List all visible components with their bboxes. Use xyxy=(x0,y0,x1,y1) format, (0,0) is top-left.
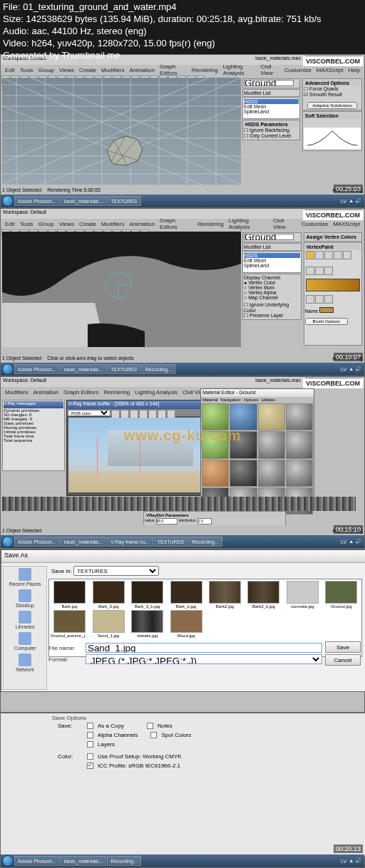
material-slot[interactable] xyxy=(286,403,313,430)
cancel-button[interactable]: Cancel xyxy=(325,654,361,666)
start-orb[interactable] xyxy=(2,363,14,375)
as-copy-check[interactable] xyxy=(87,723,93,729)
file-item[interactable]: Bark2.jpg xyxy=(206,581,243,609)
filename-label: File name: xyxy=(48,645,83,651)
viewport-wireframe[interactable] xyxy=(2,78,241,185)
taskbar: Adobe Photosh... basic_materials... V-Ra… xyxy=(1,535,364,548)
place-desktop[interactable]: Desktop xyxy=(4,588,46,609)
palette-swatch[interactable] xyxy=(319,307,334,313)
file-item[interactable]: Bark_b.jpg xyxy=(168,581,205,609)
place-recent[interactable]: Recent Places xyxy=(4,567,46,588)
menu-grapheditors[interactable]: Graph Editors xyxy=(158,63,188,76)
only-current-check[interactable]: ☐ xyxy=(244,133,250,138)
place-network[interactable]: Network xyxy=(4,652,46,673)
menu-rendering[interactable]: Rendering xyxy=(190,67,220,73)
menubar: EditToolsGroupViewsCreateModifiersAnimat… xyxy=(1,219,364,229)
adv-options-rollout[interactable]: Advanced Options xyxy=(304,80,361,86)
file-item[interactable]: concrete.jpg xyxy=(284,581,321,609)
alpha-check[interactable] xyxy=(87,732,93,738)
material-slot[interactable] xyxy=(258,403,285,430)
start-orb[interactable] xyxy=(2,855,14,867)
material-slot[interactable] xyxy=(230,403,257,430)
menu-help[interactable]: Help xyxy=(347,67,361,73)
force-quads-check[interactable]: ☐ xyxy=(304,86,309,91)
material-editor-title: Material Editor - Ground xyxy=(201,389,314,397)
menu-civil[interactable]: Civil View xyxy=(259,63,280,76)
smooth-result-check[interactable]: ☑ xyxy=(304,92,309,97)
places-bar: Recent Places Desktop Libraries Computer… xyxy=(3,566,47,690)
menu-modifiers[interactable]: Modifiers xyxy=(100,67,125,73)
material-editor[interactable]: Material Editor - Ground MaterialNavigat… xyxy=(200,388,314,510)
radius-field[interactable]: 80.0 xyxy=(156,518,178,525)
start-orb[interactable] xyxy=(2,195,14,207)
start-orb[interactable] xyxy=(2,536,14,547)
stack-splineland[interactable]: SplineLand xyxy=(244,109,299,114)
object-name-field[interactable] xyxy=(244,80,294,86)
file-info-overlay: File: 01_texturing_ground_and_water.mp4 … xyxy=(0,0,324,63)
task-textures[interactable]: TEXTURES xyxy=(107,196,140,206)
material-slot[interactable] xyxy=(202,460,229,487)
stack-editmesh[interactable]: Edit Mesh xyxy=(244,104,299,109)
material-slot[interactable] xyxy=(258,431,285,458)
task-3dsmax[interactable]: basic_materials... xyxy=(61,196,106,206)
menu-views[interactable]: Views xyxy=(58,67,76,73)
material-slot[interactable] xyxy=(202,403,229,430)
file-item[interactable]: Ground.jpg xyxy=(323,581,360,609)
place-computer[interactable]: Computer xyxy=(4,631,46,652)
status-bar: 1 Object SelectedAdd Time Tag xyxy=(1,525,364,535)
distribution-field[interactable]: 1.0 xyxy=(197,518,212,525)
menu-maxscript[interactable]: MAXScript xyxy=(315,67,345,73)
vertexpaint-title: VertexPaint xyxy=(305,244,361,250)
ignore-backfacing-check[interactable]: ☐ xyxy=(244,128,250,133)
status-bar: 1 Object Selected Rendering Time 0:00:03… xyxy=(1,185,364,195)
file-item[interactable]: streaks.jpg xyxy=(128,610,165,638)
lang-indicator[interactable]: LV xyxy=(341,199,346,204)
menu-animation[interactable]: Animation xyxy=(128,67,156,73)
computer-icon xyxy=(19,632,31,645)
icc-check[interactable] xyxy=(87,763,93,769)
folder-icon xyxy=(19,568,31,581)
file-item[interactable]: Bark_3_b.jpg xyxy=(128,581,165,609)
file-item[interactable]: Sand_1.jpg xyxy=(90,610,127,638)
brand-badge: VISCORBEL.COM xyxy=(303,210,363,220)
filename-input[interactable] xyxy=(86,643,322,653)
menu-customize[interactable]: Customize xyxy=(283,67,313,73)
viewport-vertexpaint[interactable] xyxy=(2,232,241,347)
menu-create[interactable]: Create xyxy=(78,67,98,73)
layers-check[interactable] xyxy=(87,741,93,748)
softsel-rollout[interactable]: Soft Selection xyxy=(304,113,361,119)
frame-1: VISCORBEL.COM Workspace: Default basic_m… xyxy=(0,54,365,208)
tray-icons[interactable]: ▲ 🔊 xyxy=(349,198,361,204)
libraries-icon xyxy=(19,611,31,624)
material-slot[interactable] xyxy=(258,460,285,487)
save-options-panel: Save Options Save:As a CopyNotes Alpha C… xyxy=(1,713,365,856)
file-item[interactable]: Wood.jpg xyxy=(168,610,205,638)
save-in-select[interactable]: TEXTURES xyxy=(73,566,159,576)
format-select[interactable]: JPEG (*.JPG;*.JPEG;*.J) xyxy=(86,654,322,664)
task-photoshop[interactable]: Adobe Photosh... xyxy=(14,196,60,206)
material-slot[interactable] xyxy=(286,460,313,487)
brush-options-btn[interactable]: Brush Options xyxy=(305,318,348,325)
notes-check[interactable] xyxy=(147,723,153,729)
stack-hsds[interactable]: HSDS xyxy=(244,99,299,104)
adaptive-btn[interactable]: Adaptive Subdivision xyxy=(307,102,357,109)
menu-tools[interactable]: Tools xyxy=(19,67,35,73)
menu-edit[interactable]: Edit xyxy=(4,67,16,73)
menu-group[interactable]: Group xyxy=(36,67,55,73)
file-item[interactable]: Bark.jpg xyxy=(51,581,88,609)
material-slot[interactable] xyxy=(230,460,257,487)
object-name-field[interactable] xyxy=(244,234,294,240)
file-item[interactable]: Bark_3.jpg xyxy=(90,581,127,609)
file-item[interactable]: Bark2_b.jpg xyxy=(245,581,282,609)
menu-lighting[interactable]: Lighting Analysis xyxy=(222,63,257,76)
taskbar: Adobe Photosh... basic_materials... TEXT… xyxy=(1,195,364,207)
hsds-rollout[interactable]: HSDS Parameters xyxy=(244,121,299,128)
file-item[interactable]: Ground_autumn_j... xyxy=(51,610,88,638)
proof-check[interactable] xyxy=(87,753,93,760)
spot-check[interactable] xyxy=(150,732,157,738)
material-slot[interactable] xyxy=(286,431,313,458)
assign-colors-btn[interactable]: Assign Vertex Colors xyxy=(305,234,361,240)
rgb-channel-select[interactable]: RGB color xyxy=(68,410,110,416)
save-button[interactable]: Save xyxy=(325,641,361,653)
place-libraries[interactable]: Libraries xyxy=(4,609,46,631)
